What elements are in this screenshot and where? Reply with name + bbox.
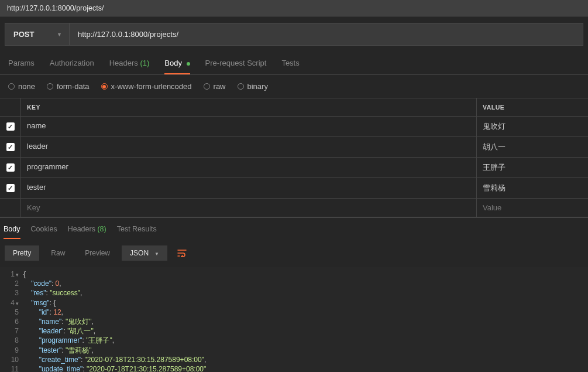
wrap-lines-icon[interactable] bbox=[173, 245, 191, 261]
request-tabs: Params Authorization Headers (1) Body Pr… bbox=[0, 52, 588, 75]
url-input[interactable]: http://127.0.0.1:8000/projects/ bbox=[70, 23, 583, 45]
kv-key-input[interactable]: leader bbox=[20, 137, 477, 157]
kv-value-input[interactable]: 雪莉杨 bbox=[477, 178, 588, 198]
radio-icon bbox=[47, 83, 53, 90]
resp-headers-count-badge: (8) bbox=[97, 225, 106, 233]
format-select[interactable]: JSON▼ bbox=[122, 245, 167, 261]
kv-value-input[interactable]: 王胖子 bbox=[477, 158, 588, 178]
raw-button[interactable]: Raw bbox=[43, 245, 73, 261]
resp-tab-headers[interactable]: Headers (8) bbox=[68, 225, 106, 239]
resp-tab-headers-label: Headers bbox=[68, 225, 95, 233]
kv-row: ✓tester雪莉杨 bbox=[0, 178, 588, 199]
kv-value-input[interactable]: 胡八一 bbox=[477, 137, 588, 157]
kv-row-placeholder[interactable]: Key Value bbox=[0, 199, 588, 217]
tab-tests[interactable]: Tests bbox=[281, 59, 299, 74]
tab-authorization[interactable]: Authorization bbox=[50, 59, 94, 74]
resp-tab-body[interactable]: Body bbox=[4, 225, 20, 239]
radio-icon bbox=[204, 83, 210, 90]
tab-params[interactable]: Params bbox=[8, 59, 35, 74]
kv-key-input[interactable]: tester bbox=[20, 178, 477, 198]
radio-label: form-data bbox=[57, 82, 90, 91]
method-select[interactable]: POST ▼ bbox=[5, 23, 70, 45]
tab-headers-label: Headers bbox=[109, 59, 138, 67]
response-toolbar: Pretty Raw Preview JSON▼ bbox=[0, 239, 588, 267]
radio-none[interactable]: none bbox=[8, 82, 35, 91]
radio-label: x-www-form-urlencoded bbox=[111, 82, 192, 91]
radio-binary[interactable]: binary bbox=[238, 82, 268, 91]
tab-body-label: Body bbox=[164, 59, 182, 67]
checkbox-icon[interactable]: ✓ bbox=[6, 143, 15, 151]
kv-value-input[interactable]: 鬼吹灯 bbox=[477, 117, 588, 136]
method-label: POST bbox=[13, 30, 34, 39]
kv-key-placeholder[interactable]: Key bbox=[20, 199, 477, 217]
kv-row: ✓name鬼吹灯 bbox=[0, 117, 588, 137]
kv-table: KEY VALUE ✓name鬼吹灯✓leader胡八一✓programmer王… bbox=[0, 98, 588, 217]
checkbox-icon[interactable]: ✓ bbox=[6, 122, 15, 131]
radio-xform[interactable]: x-www-form-urlencoded bbox=[101, 82, 192, 91]
resp-tab-testresults[interactable]: Test Results bbox=[117, 225, 157, 239]
kv-header-value: VALUE bbox=[477, 98, 588, 116]
format-label: JSON bbox=[130, 249, 149, 257]
chevron-down-icon: ▼ bbox=[154, 251, 159, 257]
headers-count-badge: (1) bbox=[140, 59, 149, 67]
kv-header-key: KEY bbox=[20, 98, 477, 116]
request-row: POST ▼ http://127.0.0.1:8000/projects/ bbox=[5, 23, 583, 46]
tab-prerequest[interactable]: Pre-request Script bbox=[205, 59, 267, 74]
checkbox-icon[interactable]: ✓ bbox=[6, 184, 15, 192]
response-code[interactable]: 1▾{2 "code": 0,3 "res": "success",4▾ "ms… bbox=[0, 267, 588, 372]
body-active-dot-icon bbox=[187, 62, 190, 66]
kv-row: ✓leader胡八一 bbox=[0, 137, 588, 158]
chevron-down-icon: ▼ bbox=[57, 32, 62, 37]
kv-key-input[interactable]: programmer bbox=[20, 158, 477, 178]
tab-headers[interactable]: Headers (1) bbox=[109, 59, 150, 74]
radio-raw[interactable]: raw bbox=[204, 82, 226, 91]
radio-icon bbox=[101, 83, 108, 90]
kv-key-input[interactable]: name bbox=[20, 117, 477, 136]
pretty-button[interactable]: Pretty bbox=[5, 245, 39, 261]
radio-form-data[interactable]: form-data bbox=[47, 82, 90, 91]
body-type-radios: none form-data x-www-form-urlencoded raw… bbox=[0, 75, 588, 98]
checkbox-icon[interactable]: ✓ bbox=[6, 163, 15, 172]
radio-label: none bbox=[18, 82, 35, 91]
radio-label: raw bbox=[214, 82, 226, 91]
tab-body[interactable]: Body bbox=[164, 59, 190, 74]
tab-url-bar: http://127.0.0.1:8000/projects/ bbox=[0, 0, 588, 17]
kv-value-placeholder[interactable]: Value bbox=[477, 199, 588, 217]
response-tabs: Body Cookies Headers (8) Test Results bbox=[0, 217, 588, 239]
radio-icon bbox=[8, 83, 15, 90]
kv-header-row: KEY VALUE bbox=[0, 98, 588, 117]
preview-button[interactable]: Preview bbox=[77, 245, 118, 261]
kv-row: ✓programmer王胖子 bbox=[0, 158, 588, 178]
resp-tab-cookies[interactable]: Cookies bbox=[31, 225, 57, 239]
radio-label: binary bbox=[247, 82, 268, 91]
radio-icon bbox=[238, 83, 244, 90]
